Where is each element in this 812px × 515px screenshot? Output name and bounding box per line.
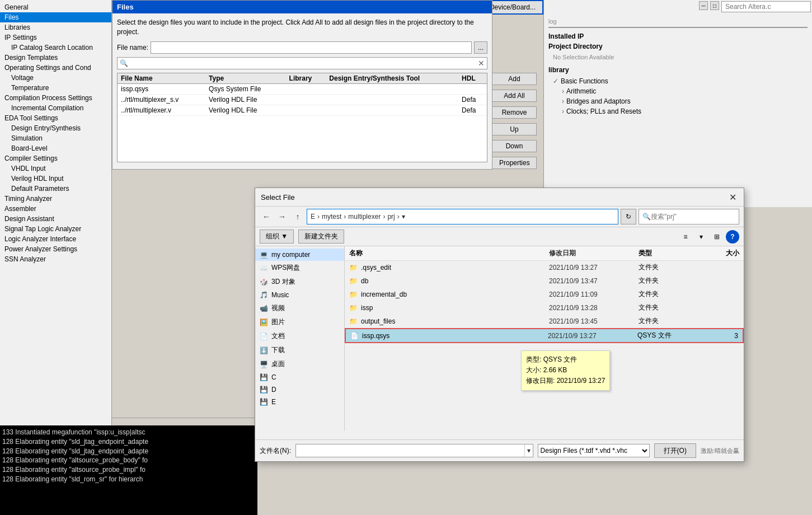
sidebar-item-operating-settings-and-cond[interactable]: Operating Settings and Cond — [0, 63, 111, 73]
bridges-item[interactable]: ›Bridges and Adaptors — [548, 96, 808, 106]
table-row[interactable]: ../rtl/multiplexer_s.vVerilog HDL FileDe… — [118, 94, 487, 105]
up-button[interactable]: Up — [492, 123, 537, 135]
sidebar-item-verilog-hdl-input[interactable]: Verilog HDL Input — [0, 174, 111, 184]
dialog-nav-桌面[interactable]: 🖥️桌面 — [255, 357, 344, 371]
organize-button[interactable]: 组织 ▼ — [260, 230, 294, 244]
table-row[interactable]: ../rtl/multiplexer.vVerilog HDL FileDefa — [118, 105, 487, 115]
filename-combo-arrow[interactable]: ▾ — [524, 444, 533, 457]
table-row[interactable]: issp.qsysQsys System File — [118, 83, 487, 94]
file-list-item[interactable]: 📁 db 2021/10/9 13:47 文件夹 — [345, 274, 744, 288]
file-list-item[interactable]: 📁 output_files 2021/10/9 13:45 文件夹 — [345, 315, 744, 328]
dialog-close-button[interactable]: ✕ — [727, 191, 738, 203]
sidebar-item-compiler-settings[interactable]: Compiler Settings — [0, 153, 111, 163]
dialog-sidebar: 💻my computer☁️WPS网盘🎲3D 对象🎵Music📹视频🖼️图片📄文… — [255, 246, 345, 431]
search-box-input[interactable] — [651, 213, 735, 221]
sidebar-item-design-entry/synthesis[interactable]: Design Entry/Synthesis — [0, 123, 111, 133]
console-line: 133 Instantiated megafunction "issp:u_is… — [2, 428, 255, 437]
properties-button[interactable]: Properties — [492, 157, 537, 169]
sidebar-item-assembler[interactable]: Assembler — [0, 204, 111, 214]
installed-ip-title: Installed IP — [548, 32, 808, 40]
dialog-nav-Music[interactable]: 🎵Music — [255, 289, 344, 301]
path-dropdown-button[interactable]: ▾ — [402, 213, 405, 221]
sidebar-item-signal-tap-logic-analyzer[interactable]: Signal Tap Logic Analyzer — [0, 224, 111, 234]
nav-up-button[interactable]: ↑ — [291, 210, 304, 223]
maximize-button[interactable]: □ — [710, 1, 719, 10]
dialog-nav-C[interactable]: 💾C — [255, 371, 344, 383]
horizontal-scrollbar[interactable] — [112, 418, 257, 425]
doc-icon: 📄 — [260, 333, 268, 340]
new-folder-button[interactable]: 新建文件夹 — [298, 230, 344, 244]
sidebar-item-default-parameters[interactable]: Default Parameters — [0, 184, 111, 194]
file-search-input[interactable] — [130, 59, 478, 67]
dialog-nav-图片[interactable]: 🖼️图片 — [255, 315, 344, 329]
file-list-item[interactable]: 📁 .qsys_edit 2021/10/9 13:27 文件夹 — [345, 261, 744, 274]
sidebar-item-eda-tool-settings[interactable]: EDA Tool Settings — [0, 113, 111, 123]
filename-input[interactable] — [296, 447, 524, 455]
dialog-nav-D[interactable]: 💾D — [255, 383, 344, 396]
sidebar-item-simulation[interactable]: Simulation — [0, 133, 111, 143]
down-button[interactable]: Down — [492, 140, 537, 152]
file-list-item[interactable]: 📁 incremental_db 2021/10/9 11:09 文件夹 — [345, 288, 744, 301]
clear-search-button[interactable]: ✕ — [478, 59, 485, 68]
clocks-item[interactable]: ›Clocks; PLLs and Resets — [548, 106, 808, 116]
sidebar-item-voltage[interactable]: Voltage — [0, 73, 111, 83]
nav-forward-button[interactable]: → — [275, 210, 289, 223]
filetype-select[interactable]: Design Files (*.tdf *.vhd *.vhc — [538, 444, 650, 457]
sidebar-item-incremental-compilation[interactable]: Incremental Compilation — [0, 103, 111, 113]
sidebar-item-files[interactable]: Files — [0, 12, 111, 22]
help-button[interactable]: ? — [726, 230, 739, 244]
sidebar-item-ip-settings[interactable]: IP Settings — [0, 32, 111, 43]
basic-functions-item[interactable]: ✓Basic Functions — [548, 76, 808, 86]
dialog-nav-E[interactable]: 💾E — [255, 396, 344, 408]
add-button[interactable]: Add — [492, 73, 537, 85]
add-all-button[interactable]: Add All — [492, 90, 537, 102]
sidebar-item-board-level[interactable]: Board-Level — [0, 143, 111, 153]
music-icon: 🎵 — [260, 291, 268, 299]
col-type-header[interactable]: 类型 — [639, 249, 706, 258]
file-name-input[interactable] — [151, 41, 472, 54]
sidebar: GeneralFilesLibrariesIP SettingsIP Catal… — [0, 0, 112, 425]
browse-button[interactable]: ... — [474, 41, 487, 54]
dialog-nav-下载[interactable]: ⬇️下载 — [255, 343, 344, 357]
file-list-item[interactable]: 📄 issp.qsys 2021/10/9 13:27 QSYS 文件 3 — [345, 328, 744, 343]
nav-back-button[interactable]: ← — [260, 210, 273, 223]
dialog-nav-my-computer[interactable]: 💻my computer — [255, 249, 344, 261]
col-date-header[interactable]: 修改日期 — [549, 249, 639, 258]
sidebar-item-design-assistant[interactable]: Design Assistant — [0, 214, 111, 224]
path-bar[interactable]: E › mytest › multiplexer › prj › ▾ — [307, 209, 618, 224]
col-name-header[interactable]: 名称 — [349, 249, 549, 258]
filename-input-combo[interactable]: ▾ — [295, 444, 533, 457]
sidebar-item-ssn-analyzer[interactable]: SSN Analyzer — [0, 254, 111, 264]
dialog-nav-文档[interactable]: 📄文档 — [255, 329, 344, 343]
sidebar-item-timing-analyzer[interactable]: Timing Analyzer — [0, 194, 111, 204]
select-file-dialog: Select File ✕ ← → ↑ E › mytest › multipl… — [255, 188, 744, 462]
view-list-button[interactable]: ≡ — [679, 230, 692, 244]
sidebar-item-temperature[interactable]: Temperature — [0, 83, 111, 93]
sidebar-item-power-analyzer-settings[interactable]: Power Analyzer Settings — [0, 244, 111, 254]
sidebar-item-design-templates[interactable]: Design Templates — [0, 53, 111, 63]
view-dropdown-button[interactable]: ▾ — [694, 230, 708, 244]
sidebar-item-libraries[interactable]: Libraries — [0, 22, 111, 32]
sidebar-item-vhdl-input[interactable]: VHDL Input — [0, 163, 111, 174]
dialog-nav-3D-对象[interactable]: 🎲3D 对象 — [255, 275, 344, 289]
sidebar-item-ip-catalog-search-location[interactable]: IP Catalog Search Location — [0, 43, 111, 53]
open-button[interactable]: 打开(O) — [654, 443, 696, 458]
file-list-item[interactable]: 📁 issp 2021/10/9 13:28 文件夹 — [345, 301, 744, 315]
sidebar-item-compilation-process-settings[interactable]: Compilation Process Settings — [0, 93, 111, 103]
path-folder2: multiplexer — [348, 213, 381, 221]
filename-label: 文件名(N): — [260, 446, 291, 456]
sidebar-item-logic-analyzer-interface[interactable]: Logic Analyzer Interface — [0, 234, 111, 244]
view-split-button[interactable]: ⊞ — [710, 230, 724, 244]
folder-icon: 📁 — [349, 291, 358, 298]
dialog-nav-视频[interactable]: 📹视频 — [255, 301, 344, 315]
remove-button[interactable]: Remove — [492, 106, 537, 119]
drive-icon: 💾 — [260, 398, 268, 406]
arithmetic-item[interactable]: ›Arithmetic — [548, 86, 808, 96]
sidebar-item-general[interactable]: General — [0, 2, 111, 12]
minimize-button[interactable]: ─ — [699, 1, 708, 10]
dialog-nav-WPS网盘[interactable]: ☁️WPS网盘 — [255, 261, 344, 275]
refresh-button[interactable]: ↻ — [621, 209, 636, 224]
col-size-header[interactable]: 大小 — [706, 249, 739, 258]
search-altera-input[interactable] — [721, 1, 811, 12]
file-icon: 📄 — [350, 332, 359, 340]
